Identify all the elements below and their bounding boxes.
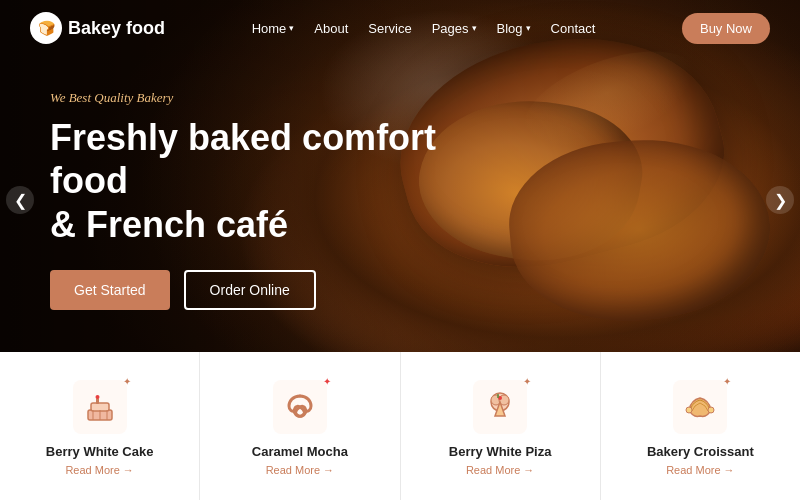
arrow-right-icon: →: [323, 464, 334, 476]
card-title-piza: Berry White Piza: [449, 444, 552, 459]
svg-point-15: [686, 407, 692, 413]
navbar: 🍞 Bakey food Home ▾ About Service Pages …: [0, 0, 800, 56]
nav-home[interactable]: Home ▾: [252, 21, 295, 36]
nav-service[interactable]: Service: [368, 21, 411, 36]
chevron-down-icon: ▾: [526, 23, 531, 33]
logo[interactable]: 🍞 Bakey food: [30, 12, 165, 44]
svg-point-7: [292, 409, 297, 414]
card-icon-piza: ✦: [473, 380, 527, 434]
card-caramel-mocha: ✦ Caramel Mocha Read More →: [200, 352, 400, 500]
card-link-piza[interactable]: Read More →: [466, 464, 534, 476]
svg-point-3: [95, 395, 99, 399]
arrow-right-icon: →: [123, 464, 134, 476]
arrow-right-icon: →: [724, 464, 735, 476]
chevron-down-icon: ▾: [289, 23, 294, 33]
sparkle-icon: ✦: [723, 376, 731, 387]
icecream-icon: [481, 388, 519, 426]
sparkle-icon: ✦: [523, 376, 531, 387]
card-title-caramel: Caramel Mocha: [252, 444, 348, 459]
arrow-left-icon: ❮: [14, 191, 27, 210]
card-title-croissant: Bakery Croissant: [647, 444, 754, 459]
logo-text: Bakey food: [68, 18, 165, 39]
cake-icon: [81, 388, 119, 426]
cards-section: ✦ Berry White Cake Read More → ✦: [0, 352, 800, 500]
hero-buttons: Get Started Order Online: [50, 270, 440, 310]
sparkle-icon: ✦: [323, 376, 331, 387]
arrow-right-icon: ❯: [774, 191, 787, 210]
card-link-croissant[interactable]: Read More →: [666, 464, 734, 476]
card-icon-croissant: ✦: [673, 380, 727, 434]
order-online-button[interactable]: Order Online: [184, 270, 316, 310]
svg-point-16: [708, 407, 714, 413]
chevron-down-icon: ▾: [472, 23, 477, 33]
get-started-button[interactable]: Get Started: [50, 270, 170, 310]
nav-contact[interactable]: Contact: [551, 21, 596, 36]
card-icon-berry-cake: ✦: [73, 380, 127, 434]
card-bakery-croissant: ✦ Bakery Croissant Read More →: [601, 352, 800, 500]
nav-blog[interactable]: Blog ▾: [497, 21, 531, 36]
card-icon-caramel: ✦: [273, 380, 327, 434]
hero-subtitle: We Best Quality Bakery: [50, 90, 440, 106]
card-berry-white-piza: ✦ Berry White Piza Read More →: [401, 352, 601, 500]
card-link-berry-cake[interactable]: Read More →: [65, 464, 133, 476]
sparkle-icon: ✦: [123, 376, 131, 387]
nav-pages[interactable]: Pages ▾: [432, 21, 477, 36]
nav-links: Home ▾ About Service Pages ▾ Blog ▾ Cont…: [252, 21, 596, 36]
prev-slide-button[interactable]: ❮: [6, 186, 34, 214]
logo-icon: 🍞: [30, 12, 62, 44]
croissant-card-icon: [681, 388, 719, 426]
buy-now-button[interactable]: Buy Now: [682, 13, 770, 44]
pretzel-icon: [281, 388, 319, 426]
next-slide-button[interactable]: ❯: [766, 186, 794, 214]
arrow-right-icon: →: [523, 464, 534, 476]
hero-title: Freshly baked comfort food & French café: [50, 116, 440, 246]
svg-point-8: [302, 409, 307, 414]
svg-rect-1: [91, 403, 109, 411]
card-title-berry-cake: Berry White Cake: [46, 444, 154, 459]
nav-about[interactable]: About: [314, 21, 348, 36]
card-berry-white-cake: ✦ Berry White Cake Read More →: [0, 352, 200, 500]
card-link-caramel[interactable]: Read More →: [266, 464, 334, 476]
